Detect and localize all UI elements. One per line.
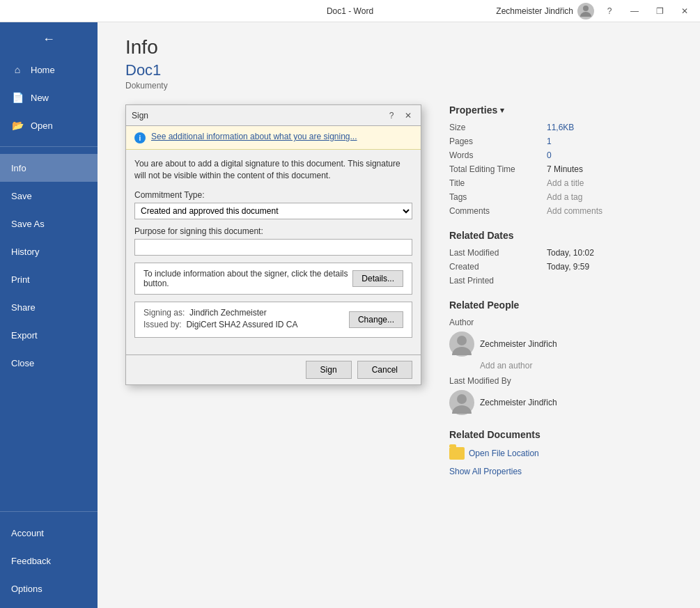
sidebar-item-new[interactable]: 📄 New [0, 84, 98, 111]
document-path: Dokumenty [125, 81, 672, 91]
sidebar-item-close-label: Close [11, 358, 34, 368]
prop-row-last-modified-by-label: Last Modified By [449, 376, 672, 386]
minimize-button[interactable]: — [625, 1, 644, 21]
sidebar-item-save[interactable]: Save [0, 182, 98, 210]
sidebar-bottom: Account Feedback Options [0, 504, 98, 608]
sidebar-item-feedback-label: Feedback [11, 556, 51, 566]
sidebar-item-print-label: Print [11, 274, 30, 285]
related-documents-heading-text: Related Documents [449, 429, 540, 440]
purpose-label: Purpose for signing this document: [134, 226, 412, 236]
sidebar-item-options[interactable]: Options [0, 575, 98, 602]
svg-point-1 [457, 336, 467, 345]
sidebar-item-export[interactable]: Export [0, 321, 98, 349]
username-label: Zechmeister Jindřich [496, 6, 573, 16]
related-dates-section: Related Dates Last Modified Today, 10:02… [449, 230, 672, 286]
sidebar-item-home-label: Home [31, 65, 55, 75]
user-info[interactable]: Zechmeister Jindřich [496, 3, 594, 20]
dialog-close-button[interactable]: ✕ [401, 109, 415, 123]
details-info-box: To include information about the signer,… [134, 263, 412, 295]
dialog-overlay: Sign ? ✕ i See additional information ab… [125, 104, 421, 594]
dialog-body-text: You are about to add a digital signature… [134, 158, 412, 182]
info-banner-link[interactable]: See additional information about what yo… [151, 132, 357, 141]
sidebar-item-share-label: Share [11, 302, 36, 313]
prop-value-tags[interactable]: Add a tag [547, 192, 582, 202]
prop-row-author-label: Author [449, 318, 672, 327]
window-title: Doc1 - Word [327, 6, 373, 16]
open-icon: 📂 [11, 120, 24, 131]
cancel-button[interactable]: Cancel [357, 361, 412, 379]
commitment-type-select[interactable]: Created and approved this document Creat… [134, 203, 412, 219]
info-right-panel: Properties ▾ Size 11,6KB Pages 1 Words 0 [449, 104, 672, 594]
sidebar-item-feedback[interactable]: Feedback [0, 547, 98, 575]
user-avatar [577, 3, 594, 20]
close-button[interactable]: ✕ [675, 1, 694, 21]
prop-label-last-modified: Last Modified [449, 248, 547, 258]
prop-value-last-modified: Today, 10:02 [547, 248, 594, 258]
properties-heading-icon: ▾ [500, 106, 504, 115]
sidebar-separator-2 [0, 511, 98, 512]
prop-row-tags: Tags Add a tag [449, 192, 672, 202]
sidebar-item-home[interactable]: ⌂ Home [0, 56, 98, 84]
prop-value-editing-time: 7 Minutes [547, 164, 583, 174]
dialog-title-buttons: ? ✕ [384, 109, 415, 123]
folder-icon [449, 447, 465, 460]
svg-point-2 [457, 394, 467, 404]
prop-label-last-modified-by: Last Modified By [449, 376, 547, 386]
dialog-titlebar: Sign ? ✕ [126, 105, 421, 126]
change-button[interactable]: Change... [349, 311, 403, 328]
document-name: Doc1 [125, 61, 672, 79]
sidebar-item-print[interactable]: Print [0, 265, 98, 293]
author-avatar [449, 332, 474, 357]
related-dates-heading-text: Related Dates [449, 230, 514, 241]
sidebar-item-new-label: New [31, 93, 49, 103]
sidebar-item-close[interactable]: Close [0, 349, 98, 377]
prop-label-author: Author [449, 318, 547, 327]
prop-value-title[interactable]: Add a title [547, 178, 584, 188]
sidebar-item-saveas[interactable]: Save As [0, 210, 98, 237]
main-layout: ← ⌂ Home 📄 New 📂 Open Info Save Save As … [0, 22, 700, 608]
issued-by-label: Issued by: [143, 320, 182, 329]
prop-value-pages[interactable]: 1 [547, 137, 552, 146]
properties-heading-text: Properties [449, 104, 497, 116]
sidebar-item-open[interactable]: 📂 Open [0, 111, 98, 139]
sidebar-item-info[interactable]: Info [0, 154, 98, 182]
prop-value-words[interactable]: 0 [547, 150, 552, 160]
sidebar-item-history-label: History [11, 247, 39, 257]
related-people-heading-text: Related People [449, 299, 519, 311]
new-icon: 📄 [11, 92, 24, 103]
prop-value-size[interactable]: 11,6KB [547, 123, 574, 132]
sidebar-item-history[interactable]: History [0, 237, 98, 265]
prop-value-created: Today, 9:59 [547, 262, 589, 272]
sidebar-item-account-label: Account [11, 528, 44, 538]
sidebar-item-saveas-label: Save As [11, 219, 45, 229]
related-people-section: Related People Author Zechmeister Jindři… [449, 299, 672, 415]
back-button[interactable]: ← [0, 22, 98, 56]
commitment-label: Commitment Type: [134, 190, 412, 200]
title-bar-controls: Zechmeister Jindřich ? — ❐ ✕ [496, 1, 694, 21]
open-file-location-link[interactable]: Open File Location [449, 447, 672, 460]
sign-button[interactable]: Sign [306, 361, 352, 379]
content-area: Info Doc1 Dokumenty Sign ? [98, 22, 700, 608]
prop-row-last-printed: Last Printed [449, 276, 672, 286]
issued-by-row: Issued by: DigiCert SHA2 Assured ID CA [143, 320, 297, 329]
svg-point-0 [583, 6, 589, 11]
maximize-button[interactable]: ❐ [650, 1, 669, 21]
show-all-properties-link[interactable]: Show All Properties [449, 467, 672, 476]
details-button[interactable]: Details... [352, 270, 403, 287]
prop-row-last-modified: Last Modified Today, 10:02 [449, 248, 672, 258]
prop-value-comments[interactable]: Add comments [547, 206, 602, 216]
signing-as-row: Signing as: Jindřich Zechmeister [143, 308, 297, 318]
purpose-input[interactable] [134, 239, 412, 256]
help-button[interactable]: ? [600, 1, 619, 21]
add-author[interactable]: Add an author [480, 361, 672, 371]
sidebar-item-share[interactable]: Share [0, 293, 98, 321]
dialog-footer: Sign Cancel [126, 354, 421, 384]
sign-dialog: Sign ? ✕ i See additional information ab… [125, 104, 421, 385]
sidebar-item-account[interactable]: Account [0, 519, 98, 547]
prop-label-created: Created [449, 262, 547, 272]
last-modified-by-avatar [449, 390, 474, 415]
dialog-help-button[interactable]: ? [384, 109, 398, 123]
related-documents-heading: Related Documents [449, 429, 672, 440]
sidebar-item-open-label: Open [31, 120, 53, 131]
related-documents-section: Related Documents Open File Location Sho… [449, 429, 672, 476]
